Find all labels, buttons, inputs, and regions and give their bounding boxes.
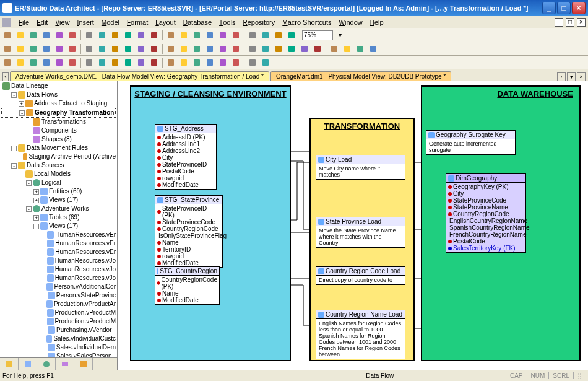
toolbar-button[interactable] (135, 43, 147, 55)
toolbar-button[interactable] (298, 43, 311, 55)
tree-item[interactable]: Sales.vSalesPerson (1, 352, 116, 357)
tree-item[interactable]: Production.vProductAr (1, 300, 116, 309)
tab-scroll-right[interactable]: › (557, 72, 566, 81)
tree-toggle[interactable]: + (33, 189, 39, 195)
sidebar-tab-4[interactable] (56, 358, 74, 370)
toolbar-button[interactable] (109, 57, 121, 68)
menu-tools[interactable]: Tools (215, 17, 239, 27)
tree-toggle[interactable]: - (19, 110, 25, 116)
toolbar-button[interactable] (148, 43, 160, 55)
toolbar-button[interactable] (178, 43, 190, 55)
toolbar-button[interactable] (96, 30, 108, 41)
toolbar-button[interactable] (230, 30, 242, 41)
tree-toggle[interactable]: - (11, 163, 17, 169)
maximize-button[interactable]: □ (557, 2, 571, 14)
toolbar-button[interactable] (122, 57, 134, 68)
tree-item[interactable]: +Tables (69) (1, 213, 116, 222)
sidebar-tab-1[interactable] (0, 358, 19, 370)
toolbar-button[interactable] (191, 43, 203, 55)
tree-toggle[interactable]: - (26, 206, 32, 212)
tree-item[interactable]: HumanResources.vJo (1, 274, 116, 282)
toolbar-button[interactable] (246, 30, 259, 41)
toolbar-button[interactable] (109, 30, 121, 41)
toolbar-button[interactable] (272, 43, 285, 55)
toolbar-button[interactable] (217, 57, 229, 68)
tab-adventure-works[interactable]: Adventure Works_demo.DM1 - Data Flow Mod… (10, 71, 269, 81)
mdi-close-button[interactable]: × (577, 18, 586, 27)
menu-format[interactable]: Format (123, 17, 152, 27)
close-button[interactable]: × (572, 2, 586, 14)
tree-item[interactable]: Sales.vIndividualDem (1, 343, 116, 352)
toolbar-button[interactable] (148, 57, 160, 68)
tree-item[interactable]: HumanResources.vEr (1, 248, 116, 256)
tree-toggle[interactable]: + (33, 198, 39, 203)
entity-stg-stateprovince[interactable]: STG_StateProvinceStateProvinceID (PK)Sta… (155, 195, 223, 268)
tree-toggle[interactable]: - (26, 180, 32, 186)
toolbar-button[interactable] (53, 43, 66, 55)
toolbar-button[interactable] (122, 43, 134, 55)
tree-item[interactable]: Staging Archive Period (Archive (1, 152, 116, 161)
toolbar-button[interactable] (311, 43, 324, 55)
menu-insert[interactable]: Insert (74, 17, 98, 27)
tree-root[interactable]: Data Lineage (1, 82, 116, 90)
toolbar-button[interactable] (259, 57, 272, 68)
tab-close-button[interactable]: × (577, 72, 586, 81)
toolbar-button[interactable] (66, 30, 79, 41)
tree-toggle[interactable]: + (33, 215, 39, 221)
mdi-restore-button[interactable]: □ (566, 18, 574, 27)
entity-stg-countryregion[interactable]: STG_CountryRegionCountryRegionCode (PK)N… (155, 266, 220, 305)
toolbar-button[interactable] (109, 43, 121, 55)
tree-item[interactable]: Components (1, 126, 116, 135)
tree-toggle[interactable]: + (19, 101, 24, 107)
tree-item[interactable]: Shapes (3) (1, 135, 116, 144)
tree-item[interactable]: -Geography Transformation (1, 108, 116, 118)
lineage-tree[interactable]: Data Lineage -Data Flows+Address Extract… (0, 81, 117, 357)
toolbar-button[interactable] (83, 30, 95, 41)
tree-item[interactable]: HumanResources.vEr (1, 239, 116, 248)
menu-file[interactable]: File (15, 17, 33, 27)
menu-view[interactable]: View (51, 17, 73, 27)
entity-stg-address[interactable]: STG_AddressAddressID (PK)AddressLine1Add… (155, 124, 217, 190)
tree-item[interactable]: +Views (17) (1, 196, 116, 204)
toolbar-button[interactable] (27, 57, 40, 68)
toolbar-button[interactable] (328, 43, 340, 55)
toolbar-button[interactable] (204, 43, 216, 55)
sidebar-tab-2[interactable] (19, 358, 37, 370)
toolbar-button[interactable] (1, 57, 14, 68)
tree-item[interactable]: HumanResources.vJo (1, 256, 116, 265)
menu-macro-shortcuts[interactable]: Macro Shortcuts (279, 17, 335, 27)
tab-orangemart[interactable]: OrangeMart.dm1 - Physical Model View: DB… (270, 71, 451, 81)
tree-item[interactable]: +Entities (69) (1, 187, 116, 196)
menu-layout[interactable]: Layout (152, 17, 179, 27)
toolbar-button[interactable] (272, 30, 285, 41)
toolbar-button[interactable] (122, 30, 134, 41)
menu-database[interactable]: Database (179, 17, 215, 27)
toolbar-button[interactable] (230, 57, 242, 68)
sidebar-tab-3[interactable] (37, 358, 56, 370)
mdi-minimize-button[interactable]: _ (555, 18, 563, 27)
tree-item[interactable]: -Logical (1, 178, 116, 187)
tab-scroll-left[interactable]: ‹ (2, 72, 9, 81)
tree-toggle[interactable]: - (11, 92, 17, 98)
tree-item[interactable]: -Local Models (1, 170, 116, 178)
tree-item[interactable]: Production.vProductM (1, 309, 116, 317)
toolbar-button[interactable] (135, 30, 147, 41)
toolbar-button[interactable] (83, 43, 95, 55)
toolbar-button[interactable] (230, 43, 242, 55)
toolbar-button[interactable] (96, 43, 108, 55)
toolbar-button[interactable] (165, 57, 177, 68)
toolbar-button[interactable] (204, 30, 216, 41)
tree-item[interactable]: +Address Extract to Staging (1, 99, 116, 108)
tree-item[interactable]: Person.vAdditionalCor (1, 282, 116, 291)
toolbar-button[interactable] (367, 43, 379, 55)
toolbar-button[interactable] (178, 57, 190, 68)
menu-edit[interactable]: Edit (33, 17, 51, 27)
tree-item[interactable]: Transformations (1, 118, 116, 126)
toolbar-button[interactable] (204, 57, 216, 68)
toolbar-button[interactable] (165, 30, 177, 41)
toolbar-button[interactable] (53, 30, 66, 41)
tree-item[interactable]: HumanResources.vJo (1, 265, 116, 274)
toolbar-button[interactable] (285, 30, 298, 41)
toolbar-button[interactable] (83, 57, 95, 68)
entity-dimgeography[interactable]: DimGeographyGeographyKey (PK)CityStatePr… (446, 173, 526, 253)
